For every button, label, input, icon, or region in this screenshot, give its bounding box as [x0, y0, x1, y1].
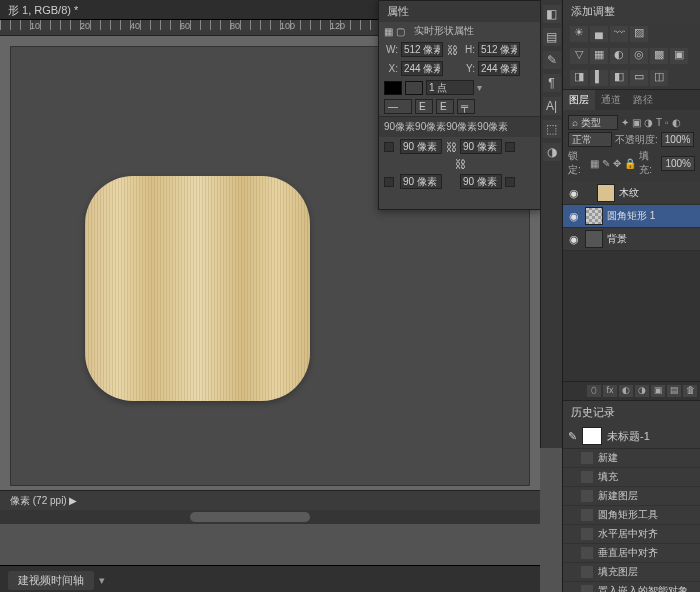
history-item[interactable]: 垂直居中对齐 — [563, 544, 700, 563]
filter-icon[interactable]: ✦ — [621, 117, 629, 128]
tool-icon[interactable]: ▤ — [543, 28, 561, 46]
history-title[interactable]: 历史记录 — [563, 401, 700, 424]
layers-tabs: 图层 通道 路径 — [563, 90, 700, 110]
layer-thumb[interactable] — [585, 230, 603, 248]
filter-type-select[interactable]: ⌕ 类型 — [568, 115, 618, 130]
fill-input[interactable]: 100% — [661, 156, 695, 171]
lookup-icon[interactable]: ▣ — [670, 48, 688, 64]
tool-icon[interactable]: ◑ — [543, 143, 561, 161]
stroke-swatch[interactable] — [405, 81, 423, 95]
mask-icon[interactable]: ◐ — [619, 385, 633, 397]
filter-icon[interactable]: T — [656, 117, 662, 128]
levels-icon[interactable]: ▄ — [590, 26, 608, 42]
history-item[interactable]: 圆角矩形工具 — [563, 506, 700, 525]
history-item[interactable]: 水平居中对齐 — [563, 525, 700, 544]
fx-icon[interactable]: fx — [603, 385, 617, 397]
stroke-type-select[interactable]: — — [384, 99, 412, 114]
corner-bl-check[interactable] — [384, 177, 394, 187]
link-radii-icon[interactable]: ⛓ — [445, 141, 457, 153]
exposure-icon[interactable]: ▨ — [630, 26, 648, 42]
height-input[interactable] — [478, 42, 520, 57]
y-input[interactable] — [478, 61, 520, 76]
lock-label: 锁定: — [568, 149, 587, 177]
layer-row[interactable]: ◉圆角矩形 1 — [563, 205, 700, 228]
corner-tl-check[interactable] — [384, 142, 394, 152]
history-doc-row[interactable]: ✎未标题-1 — [563, 424, 700, 449]
tab-channels[interactable]: 通道 — [595, 90, 627, 110]
opacity-input[interactable]: 100% — [661, 132, 695, 147]
y-label: Y: — [461, 63, 475, 74]
layer-name[interactable]: 木纹 — [619, 186, 639, 200]
bw-icon[interactable]: ◐ — [610, 48, 628, 64]
tool-icon[interactable]: ¶ — [543, 74, 561, 92]
tool-icon[interactable]: ⬚ — [543, 120, 561, 138]
tab-layers[interactable]: 图层 — [563, 90, 595, 110]
layer-row[interactable]: ◉木纹 — [563, 182, 700, 205]
layer-name[interactable]: 背景 — [607, 232, 627, 246]
filter-icon[interactable]: ▫ — [665, 117, 669, 128]
layer-thumb[interactable] — [585, 207, 603, 225]
tool-icon[interactable]: ◧ — [543, 5, 561, 23]
delete-icon[interactable]: 🗑 — [683, 385, 697, 397]
hsl-icon[interactable]: ▦ — [590, 48, 608, 64]
photofilter-icon[interactable]: ◎ — [630, 48, 648, 64]
history-item[interactable]: 新建图层 — [563, 487, 700, 506]
visibility-icon[interactable]: ◉ — [567, 210, 581, 223]
rounded-rectangle-shape[interactable] — [85, 176, 310, 401]
radius-bl-input[interactable] — [400, 174, 442, 189]
corner-tr-check[interactable] — [505, 142, 515, 152]
link-wh-icon[interactable]: ⛓ — [446, 44, 458, 56]
lock-icon[interactable]: ✎ — [602, 158, 610, 169]
curves-icon[interactable]: 〰 — [610, 26, 628, 42]
radius-tl-input[interactable] — [400, 139, 442, 154]
selcolor-icon[interactable]: ◫ — [650, 70, 668, 86]
blend-mode-select[interactable]: 正常 — [568, 132, 612, 147]
fill-swatch[interactable] — [384, 81, 402, 95]
tab-paths[interactable]: 路径 — [627, 90, 659, 110]
lock-icon[interactable]: 🔒 — [624, 158, 636, 169]
cap-select[interactable]: E — [415, 99, 433, 114]
visibility-icon[interactable]: ◉ — [567, 187, 581, 200]
visibility-icon[interactable]: ◉ — [567, 233, 581, 246]
history-item[interactable]: 填充 — [563, 468, 700, 487]
link-layers-icon[interactable]: ⬯ — [587, 385, 601, 397]
properties-tab[interactable]: 属性 — [379, 1, 542, 22]
radius-br-input[interactable] — [460, 174, 502, 189]
corner-br-check[interactable] — [505, 177, 515, 187]
poster-icon[interactable]: ▌ — [590, 70, 608, 86]
adj-layer-icon[interactable]: ◑ — [635, 385, 649, 397]
layer-thumb[interactable] — [597, 184, 615, 202]
chmix-icon[interactable]: ▩ — [650, 48, 668, 64]
tool-icon[interactable]: ✎ — [543, 51, 561, 69]
align-select[interactable]: ╤ — [457, 99, 475, 114]
layer-name[interactable]: 圆角矩形 1 — [607, 209, 655, 223]
snapshot-thumb[interactable] — [582, 427, 602, 445]
width-input[interactable] — [401, 42, 443, 57]
radius-tr-input[interactable] — [460, 139, 502, 154]
brightness-icon[interactable]: ☀ — [570, 26, 588, 42]
corner-select[interactable]: E — [436, 99, 454, 114]
create-timeline-button[interactable]: 建视频时间轴 — [8, 571, 94, 590]
tool-icon[interactable]: A| — [543, 97, 561, 115]
filter-icon[interactable]: ▣ — [632, 117, 641, 128]
lock-icon[interactable]: ✥ — [613, 158, 621, 169]
history-item[interactable]: 新建 — [563, 449, 700, 468]
link-icon[interactable]: ⛓ — [455, 158, 467, 170]
lock-icon[interactable]: ▦ — [590, 158, 599, 169]
history-item[interactable]: 置入嵌入的智能对象 — [563, 582, 700, 592]
filter-icon[interactable]: ◐ — [672, 117, 681, 128]
scrollbar-thumb[interactable] — [190, 512, 310, 522]
vibrance-icon[interactable]: ▽ — [570, 48, 588, 64]
gradmap-icon[interactable]: ▭ — [630, 70, 648, 86]
history-item[interactable]: 填充图层 — [563, 563, 700, 582]
group-icon[interactable]: ▣ — [651, 385, 665, 397]
layer-row[interactable]: ◉背景 — [563, 228, 700, 251]
thresh-icon[interactable]: ◧ — [610, 70, 628, 86]
new-layer-icon[interactable]: ▤ — [667, 385, 681, 397]
stroke-width-input[interactable] — [426, 80, 474, 95]
x-input[interactable] — [401, 61, 443, 76]
document-info-tab[interactable]: 像素 (72 ppi) ▶ — [0, 490, 540, 510]
filter-icon[interactable]: ◑ — [644, 117, 653, 128]
horizontal-scrollbar[interactable] — [0, 510, 540, 524]
invert-icon[interactable]: ◨ — [570, 70, 588, 86]
